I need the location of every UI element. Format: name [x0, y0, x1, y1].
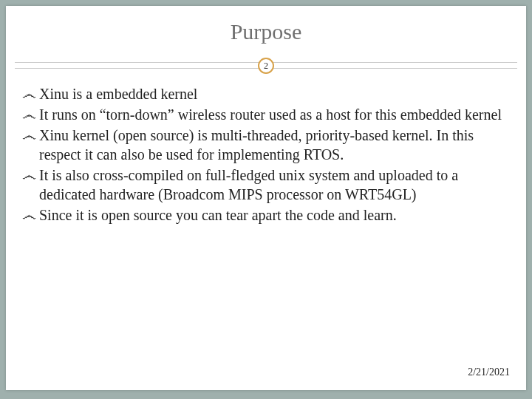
bullet-icon: ෴: [22, 84, 36, 103]
page-number-badge: 2: [258, 58, 274, 74]
list-item: ෴ Xinu kernel (open source) is multi-thr…: [22, 126, 510, 164]
list-item-text: Xinu is a embedded kernel: [39, 84, 510, 103]
list-item: ෴ Xinu is a embedded kernel: [22, 84, 510, 103]
list-item: ෴ It is also cross-compiled on full-fled…: [22, 166, 510, 204]
title-divider: 2: [6, 52, 526, 81]
list-item: ෴ Since it is open source you can tear a…: [22, 205, 510, 225]
list-item-text: Xinu kernel (open source) is multi-threa…: [39, 126, 510, 164]
bullet-icon: ෴: [22, 126, 36, 145]
list-item-text: It is also cross-compiled on full-fledge…: [39, 166, 510, 204]
slide: Purpose 2 ෴ Xinu is a embedded kernel ෴ …: [6, 6, 526, 390]
list-item: ෴ It runs on “torn-down” wireless router…: [22, 105, 510, 124]
footer-date: 2/21/2021: [468, 366, 510, 378]
bullet-list: ෴ Xinu is a embedded kernel ෴ It runs on…: [6, 81, 526, 225]
page-title: Purpose: [6, 19, 526, 44]
list-item-text: Since it is open source you can tear apa…: [39, 205, 510, 225]
bullet-icon: ෴: [22, 166, 36, 185]
list-item-text: It runs on “torn-down” wireless router u…: [39, 105, 510, 124]
bullet-icon: ෴: [22, 105, 36, 124]
bullet-icon: ෴: [22, 205, 36, 225]
